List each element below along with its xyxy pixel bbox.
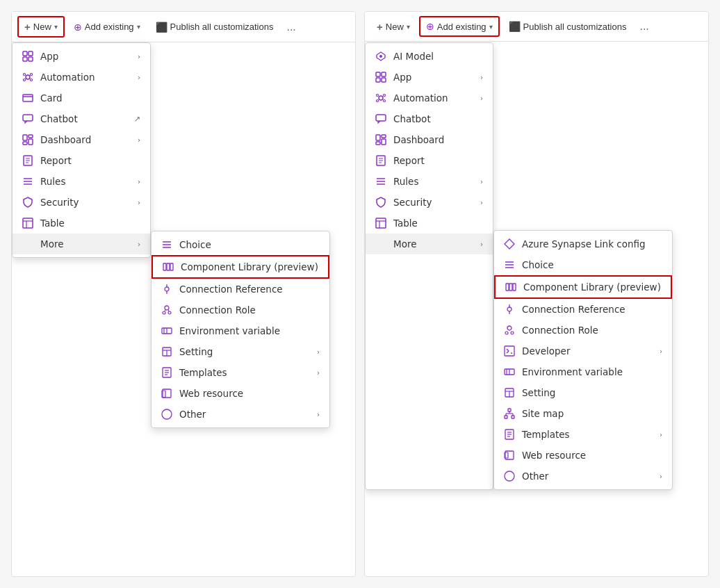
svg-rect-96 bbox=[505, 346, 514, 356]
p2-sub-templates[interactable]: Templates › bbox=[494, 424, 672, 445]
svg-rect-13 bbox=[23, 95, 33, 101]
other-chevron-icon: › bbox=[317, 411, 320, 418]
new-button-2[interactable]: + New ▾ bbox=[370, 17, 416, 37]
p2-sub-azure[interactable]: Azure Synapse Link config bbox=[494, 234, 672, 254]
p2-menu-chatbot[interactable]: Chatbot bbox=[366, 108, 493, 129]
svg-point-40 bbox=[163, 311, 165, 314]
security-chevron-icon: › bbox=[138, 199, 140, 206]
p2-sitemap-label: Site map bbox=[522, 408, 662, 419]
submenu-templates[interactable]: Templates › bbox=[152, 362, 329, 383]
new-label: New bbox=[33, 22, 51, 32]
menu-item-table[interactable]: Table bbox=[13, 213, 150, 234]
submenu-connref[interactable]: Connection Reference bbox=[152, 279, 329, 300]
p2-menu-automation[interactable]: Automation › bbox=[366, 88, 493, 108]
p2-other-icon bbox=[504, 471, 515, 482]
p2-security-icon bbox=[375, 197, 386, 208]
svg-point-41 bbox=[168, 311, 171, 314]
svg-point-95 bbox=[511, 332, 514, 334]
submenu-choice[interactable]: Choice bbox=[152, 234, 329, 255]
p2-security-label: Security bbox=[393, 197, 473, 208]
svg-point-7 bbox=[24, 79, 26, 81]
menu-item-more[interactable]: More › bbox=[13, 234, 150, 254]
p2-menu-security[interactable]: Security › bbox=[366, 192, 493, 213]
svg-line-43 bbox=[168, 309, 169, 311]
submenu-component[interactable]: Component Library (preview) bbox=[152, 255, 329, 279]
setting-icon bbox=[161, 346, 172, 357]
envvar-icon bbox=[161, 325, 172, 336]
svg-point-36 bbox=[165, 287, 169, 291]
p2-envvar-icon bbox=[504, 366, 515, 377]
azure-icon bbox=[504, 238, 515, 250]
publish-button-2[interactable]: ⬛ Publish all customizations bbox=[502, 17, 633, 36]
publish-icon-2: ⬛ bbox=[509, 21, 521, 32]
svg-point-64 bbox=[377, 95, 379, 97]
webres-icon bbox=[161, 388, 172, 399]
connref-icon bbox=[161, 284, 172, 295]
p2-templates-chevron-icon: › bbox=[660, 431, 662, 439]
dashboard-icon bbox=[22, 134, 33, 145]
p2-menu-report[interactable]: Report bbox=[366, 150, 493, 171]
svg-rect-17 bbox=[28, 135, 33, 138]
more-dots-label: ... bbox=[286, 21, 295, 33]
toolbar-more-button-2[interactable]: ... bbox=[635, 17, 653, 36]
p2-menu-table[interactable]: Table bbox=[366, 213, 493, 234]
submenu-other[interactable]: Other › bbox=[152, 404, 329, 425]
p2-sub-other[interactable]: Other › bbox=[494, 466, 672, 487]
dashboard-chevron-icon: › bbox=[138, 136, 140, 144]
svg-rect-34 bbox=[167, 263, 170, 270]
menu-item-dashboard[interactable]: Dashboard › bbox=[13, 129, 150, 150]
svg-line-98 bbox=[507, 351, 509, 353]
p2-menu-rules[interactable]: Rules › bbox=[366, 171, 493, 192]
menu-item-rules[interactable]: Rules › bbox=[13, 171, 150, 192]
card-icon bbox=[22, 92, 33, 104]
p2-report-icon bbox=[375, 155, 386, 166]
menu-item-automation[interactable]: Automation › bbox=[13, 67, 150, 88]
svg-rect-106 bbox=[508, 409, 511, 411]
menu-item-report[interactable]: Report bbox=[13, 150, 150, 171]
p2-sub-webres[interactable]: Web resource bbox=[494, 445, 672, 466]
publish-button[interactable]: ⬛ Publish all customizations bbox=[149, 17, 280, 37]
p2-sub-developer[interactable]: Developer › bbox=[494, 341, 672, 361]
add-existing-button[interactable]: ⊕ Add existing ▾ bbox=[67, 17, 147, 37]
p2-developer-label: Developer bbox=[522, 345, 653, 357]
submenu-setting[interactable]: Setting › bbox=[152, 341, 329, 362]
p2-more-icon bbox=[375, 238, 386, 250]
p2-sub-component[interactable]: Component Library (preview) bbox=[494, 275, 672, 299]
p2-sub-choice[interactable]: Choice bbox=[494, 254, 672, 275]
p2-choice-label: Choice bbox=[522, 259, 662, 270]
submenu-envvar[interactable]: Environment variable bbox=[152, 320, 329, 341]
p2-sub-sitemap[interactable]: Site map bbox=[494, 403, 672, 424]
panel-2: + New ▾ ⊕ Add existing ▾ ⬛ Publish all c… bbox=[364, 11, 709, 577]
p2-sub-connref[interactable]: Connection Reference bbox=[494, 299, 672, 320]
submenu-webres[interactable]: Web resource bbox=[152, 383, 329, 404]
p2-menu-more[interactable]: More › bbox=[366, 234, 493, 254]
menu-item-chatbot[interactable]: Chatbot ↗ bbox=[13, 108, 150, 129]
p2-setting-label: Setting bbox=[522, 387, 662, 398]
svg-rect-0 bbox=[23, 51, 27, 56]
svg-point-66 bbox=[377, 100, 379, 102]
svg-point-93 bbox=[507, 326, 512, 330]
p2-sub-setting[interactable]: Setting bbox=[494, 382, 672, 403]
svg-rect-107 bbox=[505, 416, 507, 418]
p2-sub-connrole[interactable]: Connection Role bbox=[494, 320, 672, 341]
p2-connref-label: Connection Reference bbox=[522, 304, 662, 315]
p2-sub-envvar[interactable]: Environment variable bbox=[494, 361, 672, 382]
more-chevron-icon: › bbox=[138, 240, 140, 248]
add-existing-button-2[interactable]: ⊕ Add existing ▾ bbox=[419, 16, 500, 37]
menu-item-security[interactable]: Security › bbox=[13, 192, 150, 213]
submenu-connrole[interactable]: Connection Role bbox=[152, 300, 329, 320]
report-icon bbox=[22, 155, 33, 166]
p2-menu-app[interactable]: App › bbox=[366, 67, 493, 88]
new-button[interactable]: + New ▾ bbox=[17, 16, 65, 38]
add-existing-label-2: Add existing bbox=[437, 22, 486, 32]
p2-menu-aimodel[interactable]: AI Model bbox=[366, 46, 493, 67]
p2-menu-dashboard[interactable]: Dashboard bbox=[366, 129, 493, 150]
menu-item-app[interactable]: App › bbox=[13, 46, 150, 67]
p2-rules-icon bbox=[375, 176, 386, 187]
toolbar-more-button[interactable]: ... bbox=[282, 17, 300, 37]
chatbot-icon bbox=[22, 113, 33, 124]
p2-automation-icon bbox=[375, 92, 386, 104]
add-existing-chevron-icon: ▾ bbox=[137, 23, 140, 31]
menu-item-card[interactable]: Card bbox=[13, 88, 150, 108]
svg-marker-83 bbox=[505, 239, 514, 249]
